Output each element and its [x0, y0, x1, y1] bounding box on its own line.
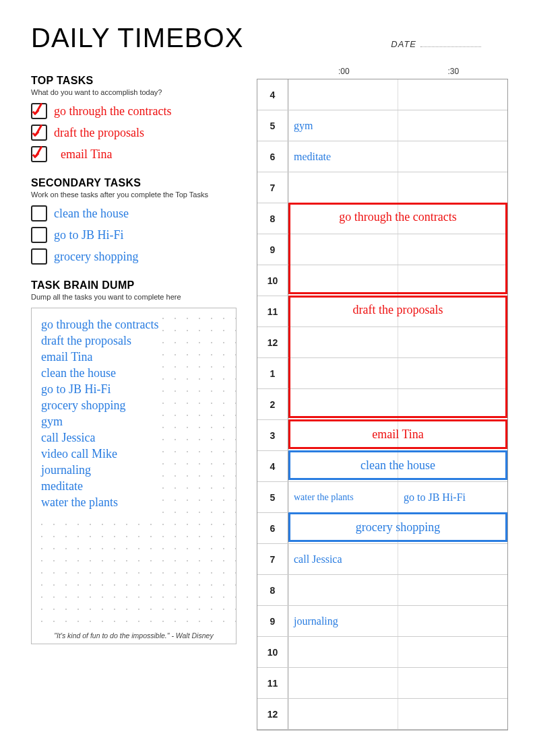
checkbox-icon[interactable] — [31, 125, 47, 141]
date-field[interactable]: DATE — [391, 39, 481, 49]
cell-30[interactable] — [398, 575, 507, 605]
col-30-label: :30 — [399, 67, 509, 76]
cell-30[interactable] — [398, 451, 507, 481]
hour-body[interactable] — [288, 296, 507, 327]
cell-30[interactable]: go to JB Hi-Fi — [398, 482, 507, 512]
hour-body[interactable] — [288, 420, 507, 450]
checkbox-icon[interactable] — [31, 103, 47, 119]
cell-00[interactable] — [288, 420, 398, 450]
checkbox-icon[interactable] — [31, 146, 47, 162]
hour-body[interactable]: call Jessica — [288, 544, 507, 574]
cell-00[interactable]: water the plants — [288, 482, 398, 512]
hour-body[interactable] — [288, 265, 507, 296]
cell-00[interactable] — [288, 172, 398, 203]
cell-00[interactable] — [288, 296, 398, 327]
hour-body[interactable] — [288, 79, 507, 110]
braindump-list: go through the contracts draft the propo… — [40, 315, 160, 513]
hour-body[interactable] — [288, 451, 507, 481]
cell-30[interactable] — [398, 358, 507, 388]
hour-body[interactable]: water the plantsgo to JB Hi-Fi — [288, 482, 507, 512]
cell-00[interactable] — [288, 451, 398, 481]
hour-row: 4 — [257, 451, 507, 482]
cell-00[interactable] — [288, 203, 398, 234]
cell-00[interactable] — [288, 79, 398, 110]
date-underline — [420, 39, 481, 47]
header: DAILY TIMEBOX DATE — [31, 23, 508, 53]
hour-number: 11 — [257, 296, 288, 327]
cell-30[interactable] — [398, 234, 507, 265]
hour-body[interactable]: meditate — [288, 141, 507, 172]
hour-body[interactable] — [288, 637, 507, 667]
cell-30[interactable] — [398, 668, 507, 698]
hour-body[interactable] — [288, 389, 507, 419]
secondary-task-label: clean the house — [54, 207, 129, 221]
cell-30[interactable] — [398, 141, 507, 172]
cell-00[interactable] — [288, 575, 398, 605]
braindump-item: clean the house — [41, 365, 158, 381]
top-tasks-sub: What do you want to accomplish today? — [31, 88, 237, 96]
hour-body[interactable] — [288, 513, 507, 543]
checkbox-icon[interactable] — [31, 205, 47, 221]
hour-body[interactable] — [288, 358, 507, 388]
cell-30[interactable] — [398, 420, 507, 450]
braindump-item: gym — [41, 413, 158, 429]
secondary-task-label: grocery shopping — [54, 250, 138, 264]
cell-00[interactable] — [288, 637, 398, 667]
hour-body[interactable] — [288, 203, 507, 234]
top-task-label: go through the contracts — [54, 104, 171, 118]
hour-row: 11 — [257, 296, 507, 327]
braindump-item: draft the proposals — [41, 333, 158, 349]
braindump-item: water the plants — [41, 494, 158, 510]
hour-body[interactable] — [288, 327, 507, 357]
page: DAILY TIMEBOX DATE TOP TASKS What do you… — [0, 0, 535, 756]
cell-30[interactable] — [398, 172, 507, 203]
braindump-box[interactable]: go through the contracts draft the propo… — [31, 308, 237, 644]
hour-body[interactable] — [288, 668, 507, 698]
cell-30[interactable] — [398, 110, 507, 141]
hour-row: 7 — [257, 172, 507, 203]
hour-body[interactable] — [288, 575, 507, 605]
cell-00[interactable] — [288, 327, 398, 357]
secondary-task-row: go to JB Hi-Fi — [31, 227, 237, 243]
hour-number: 7 — [257, 172, 288, 203]
cell-30[interactable] — [398, 327, 507, 357]
cell-00[interactable] — [288, 668, 398, 698]
hour-body[interactable] — [288, 234, 507, 265]
cell-text: gym — [294, 120, 313, 132]
braindump-item: video call Mike — [41, 446, 158, 462]
hour-row: 9journaling — [257, 606, 507, 637]
cell-00[interactable] — [288, 699, 398, 729]
top-task-label: draft the proposals — [54, 126, 144, 140]
cell-00[interactable]: call Jessica — [288, 544, 398, 574]
secondary-task-label: go to JB Hi-Fi — [54, 228, 124, 242]
cell-00[interactable]: journaling — [288, 606, 398, 636]
cell-30[interactable] — [398, 513, 507, 543]
secondary-task-row: clean the house — [31, 205, 237, 221]
schedule-grid: 45gym6meditate78910111212345water the pl… — [257, 79, 508, 730]
cell-00[interactable]: gym — [288, 110, 398, 141]
hour-body[interactable] — [288, 172, 507, 203]
cell-30[interactable] — [398, 296, 507, 327]
cell-00[interactable] — [288, 389, 398, 419]
cell-30[interactable] — [398, 203, 507, 234]
schedule-header: :00 :30 — [257, 67, 508, 76]
cell-00[interactable] — [288, 358, 398, 388]
checkbox-icon[interactable] — [31, 227, 47, 243]
cell-00[interactable] — [288, 265, 398, 296]
checkbox-icon[interactable] — [31, 248, 47, 265]
cell-30[interactable] — [398, 265, 507, 296]
hour-body[interactable]: gym — [288, 110, 507, 141]
hour-body[interactable] — [288, 699, 507, 729]
cell-30[interactable] — [398, 389, 507, 419]
hour-number: 12 — [257, 327, 288, 357]
cell-text: call Jessica — [294, 553, 342, 565]
hour-body[interactable]: journaling — [288, 606, 507, 636]
cell-00[interactable]: meditate — [288, 141, 398, 172]
cell-30[interactable] — [398, 699, 507, 729]
cell-30[interactable] — [398, 606, 507, 636]
cell-00[interactable] — [288, 234, 398, 265]
cell-00[interactable] — [288, 513, 398, 543]
cell-30[interactable] — [398, 544, 507, 574]
cell-30[interactable] — [398, 637, 507, 667]
cell-30[interactable] — [398, 79, 507, 110]
